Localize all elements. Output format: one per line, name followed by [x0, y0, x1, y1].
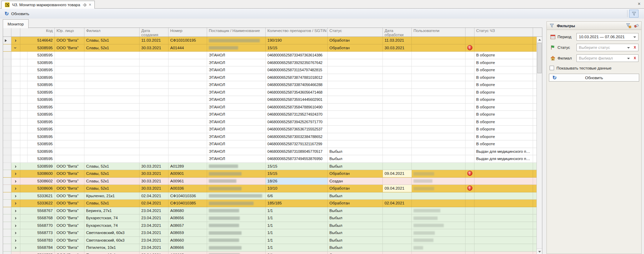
grid-row-5308595[interactable]: 5308595ЭТАНОЛ046800065258733874056466288… [3, 81, 536, 89]
cell-status: Создан [328, 178, 383, 185]
cell-tail [533, 185, 536, 192]
column-header-jur[interactable]: Юр. лицо [55, 28, 84, 36]
expand-row-icon[interactable]: › [15, 244, 17, 251]
scroll-up-button[interactable] [537, 37, 542, 43]
grid-row-5308595[interactable]: 5308595ЭТАНОЛ046800065258738747881018012… [3, 74, 536, 82]
cell-ind [3, 118, 11, 126]
column-header-cz[interactable]: Статус ЧЗ [474, 28, 533, 36]
clear-filters-eraser-icon[interactable] [634, 23, 639, 29]
scrollbar-thumb[interactable] [537, 43, 542, 73]
grid-row-5568773[interactable]: ›5568773ООО "Вита"Светлановский, 60к323.… [3, 229, 536, 237]
column-header-tail [533, 28, 536, 36]
chevron-down-icon[interactable] [627, 47, 630, 49]
expand-row-icon[interactable]: › [15, 192, 17, 199]
grid-row-5308595[interactable]: 5308595ЭТАНОЛ046800065258731089045770517… [3, 148, 536, 156]
column-header-code[interactable]: Код [20, 28, 55, 36]
grid-row-5308595[interactable]: ›5308595ООО "Вита"Славы, 52к130.03.2021А… [3, 44, 536, 52]
grid-row-5308595[interactable]: 5308595ЭТАНОЛ046800065258733497363614386… [3, 52, 536, 59]
grid-row-5308595[interactable]: 5308595ЭТАНОЛ046800065258735847889610490… [3, 104, 536, 111]
grid-row-5308595[interactable]: 5308595ЭТАНОЛ046800065258739425267971770… [3, 118, 536, 126]
cell-cz: В обороте [474, 133, 533, 140]
grid-row-5308595[interactable]: 5308595ЭТАНОЛ046800065258735914445602901… [3, 96, 536, 104]
cell-code: 5308602 [20, 178, 55, 185]
cell-sup: ЭТАНОЛ [207, 96, 266, 103]
column-header-sup[interactable]: Поставщик / Наименование [207, 28, 266, 36]
refresh-button[interactable]: ↻ Обновить [4, 9, 29, 19]
grid-row-5308599[interactable]: ›5308599ООО "Вита"Славы, 52к130.03.2021А… [3, 163, 536, 170]
grid-row-5333622[interactable]: ›5333622ООО "Вита"Славы, 52к102.04.2021С… [3, 200, 536, 207]
collapse-row-icon[interactable]: › [12, 47, 19, 49]
grid-row-5568785[interactable]: ›5568785ООО "Вита"Пятилеток, 10к123.04.2… [3, 252, 536, 254]
expand-row-icon[interactable]: › [15, 252, 17, 254]
grid-header-row: КодЮр. лицоФилиалДата созданияНомерПоста… [3, 28, 542, 37]
tab-close-icon[interactable]: × [89, 3, 91, 7]
cell-alert [466, 104, 474, 111]
expand-row-icon[interactable]: › [15, 200, 17, 207]
error-alert-icon[interactable]: ! [467, 186, 472, 191]
grid-row-5308595[interactable]: 5308595ЭТАНОЛ046800065258737494553876950… [3, 155, 536, 163]
expand-row-icon[interactable]: › [15, 37, 17, 44]
expand-row-icon[interactable]: › [15, 237, 17, 244]
vertical-scrollbar[interactable] [536, 37, 542, 254]
expand-row-icon[interactable]: › [15, 207, 17, 214]
grid-row-5568784[interactable]: ›5568784ООО "Вита"Пятилеток, 10к123.04.2… [3, 244, 536, 252]
grid-row-5308595[interactable]: 5308595ЭТАНОЛ046800065258735436056471468… [3, 89, 536, 96]
tab-monitor-document[interactable]: ЧЗ. Монитор маркированного товара × [1, 1, 95, 9]
cell-exp: › [11, 192, 20, 200]
grid-row-5568767[interactable]: ›5568767ООО "Вита"Беринга, 27к123.04.202… [3, 207, 536, 215]
grid-row-5308595[interactable]: 5308595ЭТАНОЛ046800065258739292350767642… [3, 59, 536, 67]
grid-row-5308595[interactable]: 5308595ЭТАНОЛ046800065258731154797482815… [3, 66, 536, 74]
save-filter-icon[interactable] [626, 23, 631, 29]
column-header-num[interactable]: Номер [168, 28, 207, 36]
grid-row-5146642[interactable]: ›5146642ООО "Вита"Славы, 52к111.03.2021С… [3, 37, 536, 44]
expand-row-icon[interactable]: › [15, 170, 17, 177]
tab-title: ЧЗ. Монитор маркированного товара [12, 3, 80, 7]
chevron-down-icon[interactable] [633, 36, 636, 38]
cell-created: 23.04.2021 [140, 214, 168, 222]
cell-fil [84, 81, 140, 88]
grid-row-5568770[interactable]: ›5568770ООО "Вита"Бухарестская, 7423.04.… [3, 222, 536, 230]
grid-row-5308600[interactable]: ›5308600ООО "Вита"Славы, 52к130.03.2021А… [3, 170, 536, 178]
cell-proc: 30.03.2021 [383, 44, 412, 52]
error-alert-icon[interactable]: ! [467, 171, 472, 176]
expand-row-icon[interactable]: › [15, 214, 17, 221]
grid-row-5308595[interactable]: 5308595ЭТАНОЛ046800065258736536715552537… [3, 126, 536, 133]
expand-row-icon[interactable]: › [15, 163, 17, 170]
column-header-status[interactable]: Статус [328, 28, 383, 36]
cell-status [328, 59, 383, 66]
cell-cz: В обороте [474, 74, 533, 81]
grid-row-5308606[interactable]: ›5308606ООО "Вита"Славы, 52к130.03.2021А… [3, 185, 536, 192]
expand-row-icon[interactable]: › [15, 185, 17, 192]
filial-filter-input[interactable]: Выберите филиал x [576, 54, 638, 62]
grid-row-5308595[interactable]: 5308595ЭТАНОЛ046800065258731295274924370… [3, 111, 536, 118]
tab-monitor[interactable]: Монитор [3, 19, 29, 28]
column-header-qty[interactable]: Количество препаратов / SGTIN [266, 28, 328, 36]
column-header-users[interactable]: Пользователи [412, 28, 466, 36]
chevron-down-icon[interactable] [627, 58, 630, 59]
expand-row-icon[interactable]: › [15, 178, 17, 184]
status-filter-input[interactable]: Выберите статус x [576, 44, 638, 51]
scroll-down-button[interactable] [537, 248, 542, 254]
clear-status-icon[interactable]: x [634, 45, 636, 49]
column-header-fil[interactable]: Филиал [84, 28, 140, 36]
grid-row-5308595[interactable]: 5308595ЭТАНОЛ046800065258730032384788652… [3, 133, 536, 141]
clear-filial-icon[interactable]: x [634, 56, 636, 60]
column-header-created[interactable]: Дата создания [140, 28, 168, 36]
error-alert-icon[interactable]: ! [467, 45, 472, 50]
cell-sup: ЭТАНОЛ [207, 140, 266, 148]
toggle-filter-panel-button[interactable] [629, 10, 638, 18]
column-header-proc[interactable]: Дата обработки [383, 28, 412, 36]
expand-row-icon[interactable]: › [15, 229, 17, 236]
expand-row-icon[interactable]: › [15, 222, 17, 229]
grid-row-5568768[interactable]: ›5568768ООО "Вита"Бухарестская, 7423.04.… [3, 214, 536, 222]
panel-refresh-button[interactable]: ↻ Обновить [549, 74, 639, 82]
period-filter-input[interactable]: 10.03.2021 — 07.06.2021 [576, 33, 638, 41]
pin-icon[interactable] [83, 3, 86, 7]
show-test-data-checkbox[interactable] [550, 66, 554, 70]
grid-row-5333621[interactable]: ›5333621ООО "Вита"Крыленко, 21к102.04.20… [3, 192, 536, 200]
grid-row-5568783[interactable]: ›5568783ООО "Вита"Светлановский, 60к323.… [3, 237, 536, 244]
grid-row-5308595[interactable]: 5308595ЭТАНОЛ046800065258732791321167299… [3, 140, 536, 148]
cell-alert [466, 155, 474, 162]
close-icon[interactable]: × [638, 1, 641, 6]
grid-row-5308602[interactable]: ›5308602ООО "Вита"Славы, 52к130.03.2021А… [3, 178, 536, 185]
